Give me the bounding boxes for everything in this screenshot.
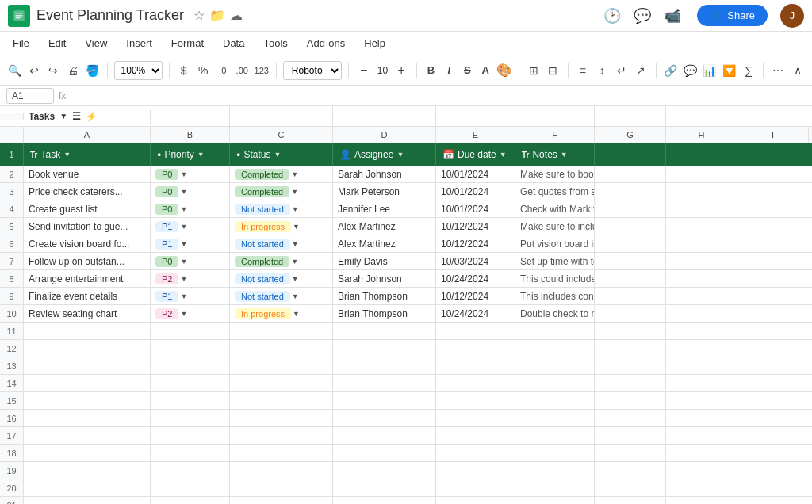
- priority-dropdown-icon[interactable]: ▼: [180, 188, 187, 196]
- cell-empty-e[interactable]: [436, 357, 515, 374]
- cell-priority[interactable]: P0 ▼: [151, 200, 230, 217]
- cell-extra1[interactable]: [595, 183, 666, 200]
- cell-task[interactable]: Book venue: [24, 166, 151, 182]
- cell-empty-c[interactable]: [230, 357, 333, 374]
- cell-empty-c[interactable]: [230, 497, 333, 504]
- cell-extra2[interactable]: [666, 270, 737, 287]
- status-dropdown-icon[interactable]: ▼: [291, 258, 298, 265]
- cell-empty-b[interactable]: [151, 497, 230, 504]
- cell-notes[interactable]: Set up time with team...: [515, 253, 595, 269]
- cell-empty-d[interactable]: [333, 357, 436, 374]
- cell-empty-d[interactable]: [333, 392, 436, 409]
- cell-empty-a[interactable]: [24, 479, 151, 496]
- table-row[interactable]: 4 Create guest list P0 ▼ Not started ▼ J…: [0, 200, 812, 218]
- cell-empty-c[interactable]: [230, 375, 333, 391]
- cell-priority[interactable]: P1 ▼: [151, 235, 230, 252]
- cell-priority[interactable]: P2 ▼: [151, 305, 230, 322]
- table-row[interactable]: 5 Send invitation to gue... P1 ▼ In prog…: [0, 218, 812, 235]
- cell-empty-b[interactable]: [151, 392, 230, 409]
- cell-status[interactable]: In progress ▼: [230, 218, 333, 235]
- cell-assignee[interactable]: Jennifer Lee: [333, 200, 436, 217]
- cell-status[interactable]: Completed ▼: [230, 183, 333, 200]
- cell-extra2[interactable]: [666, 183, 737, 200]
- cell-empty-e[interactable]: [436, 375, 515, 391]
- cell-priority[interactable]: P0 ▼: [151, 166, 230, 182]
- status-dropdown-icon[interactable]: ▼: [293, 310, 300, 318]
- cell-empty-e[interactable]: [436, 340, 515, 357]
- priority-dropdown-icon[interactable]: ▼: [180, 310, 187, 318]
- status-dropdown-icon[interactable]: ▼: [292, 275, 299, 283]
- cell-extra2[interactable]: [666, 305, 737, 322]
- cell-status[interactable]: Completed ▼: [230, 253, 333, 269]
- cell-empty-g[interactable]: [595, 427, 666, 444]
- avatar[interactable]: J: [780, 4, 804, 28]
- menu-tools[interactable]: Tools: [260, 36, 290, 51]
- cell-empty-d[interactable]: [333, 340, 436, 357]
- paint-format-button[interactable]: 🪣: [84, 60, 101, 81]
- th-notes-dropdown[interactable]: ▼: [561, 151, 568, 158]
- col-header-e[interactable]: E: [436, 127, 515, 143]
- cell-assignee[interactable]: Alex Martinez: [333, 235, 436, 252]
- status-dropdown-icon[interactable]: ▼: [292, 240, 299, 248]
- status-dropdown-icon[interactable]: ▼: [291, 188, 298, 196]
- comment-button[interactable]: 💬: [682, 60, 699, 81]
- cell-task[interactable]: Review seating chart: [24, 305, 151, 322]
- font-size-increase[interactable]: +: [393, 62, 410, 79]
- cell-extra2[interactable]: [666, 288, 737, 304]
- decimal-inc-button[interactable]: .00: [234, 60, 251, 81]
- more-button[interactable]: ⋯: [770, 60, 787, 81]
- cell-extra2[interactable]: [666, 218, 737, 235]
- cell-empty-h[interactable]: [666, 497, 737, 504]
- priority-dropdown-icon[interactable]: ▼: [180, 223, 187, 231]
- insert-link-button[interactable]: 🔗: [662, 60, 679, 81]
- cell-empty-e[interactable]: [436, 497, 515, 504]
- font-size-decrease[interactable]: −: [355, 62, 373, 79]
- menu-file[interactable]: File: [10, 36, 33, 51]
- video-icon[interactable]: 📹: [664, 7, 681, 25]
- print-button[interactable]: 🖨: [65, 60, 82, 81]
- decimal-dec-button[interactable]: .0: [214, 60, 231, 81]
- valign-button[interactable]: ↕: [594, 60, 611, 81]
- cell-empty-f[interactable]: [515, 357, 595, 374]
- col-header-i[interactable]: I: [737, 127, 809, 143]
- table-row[interactable]: 9 Finalize event details P1 ▼ Not starte…: [0, 288, 812, 305]
- function-button[interactable]: ∑: [741, 60, 757, 81]
- cell-status[interactable]: Completed ▼: [230, 166, 333, 182]
- cell-empty-e[interactable]: [436, 479, 515, 496]
- borders-button[interactable]: ⊞: [526, 60, 542, 81]
- cell-empty-b[interactable]: [151, 340, 230, 357]
- cell-empty-a[interactable]: [24, 462, 151, 479]
- history-icon[interactable]: 🕑: [603, 7, 621, 25]
- cell-empty-a[interactable]: [24, 357, 151, 374]
- align-button[interactable]: ≡: [574, 60, 591, 81]
- percent-button[interactable]: %: [195, 60, 212, 81]
- cell-empty-a[interactable]: [24, 410, 151, 426]
- cell-notes[interactable]: Put vision board into...: [515, 235, 595, 252]
- cell-priority[interactable]: P1 ▼: [151, 288, 230, 304]
- table-row[interactable]: 7 Follow up on outstan... P0 ▼ Completed…: [0, 253, 812, 270]
- cell-empty-g[interactable]: [595, 497, 666, 504]
- cell-empty-c[interactable]: [230, 427, 333, 444]
- filter-button[interactable]: 🔽: [721, 60, 737, 81]
- cell-empty-e[interactable]: [436, 445, 515, 461]
- cell-assignee[interactable]: Alex Martinez: [333, 218, 436, 235]
- redo-button[interactable]: ↪: [45, 60, 62, 81]
- cell-extra1[interactable]: [595, 235, 666, 252]
- cell-extra2[interactable]: [666, 253, 737, 269]
- menu-format[interactable]: Format: [168, 36, 207, 51]
- status-dropdown-icon[interactable]: ▼: [292, 205, 299, 213]
- menu-insert[interactable]: Insert: [123, 36, 155, 51]
- cell-extra1[interactable]: [595, 288, 666, 304]
- cell-assignee[interactable]: Sarah Johnson: [333, 270, 436, 287]
- zoom-select[interactable]: 100% 75% 125%: [114, 61, 163, 80]
- cell-priority[interactable]: P2 ▼: [151, 270, 230, 287]
- cell-priority[interactable]: P0 ▼: [151, 183, 230, 200]
- th-assignee-dropdown[interactable]: ▼: [396, 151, 404, 158]
- col-header-h[interactable]: H: [666, 127, 737, 143]
- cell-reference[interactable]: A1: [6, 88, 54, 104]
- cell-empty-b[interactable]: [151, 462, 230, 479]
- cell-assignee[interactable]: Brian Thompson: [333, 288, 436, 304]
- cell-duedate[interactable]: 10/03/2024: [436, 253, 515, 269]
- cell-empty-h[interactable]: [666, 323, 737, 339]
- cell-empty-g[interactable]: [595, 392, 666, 409]
